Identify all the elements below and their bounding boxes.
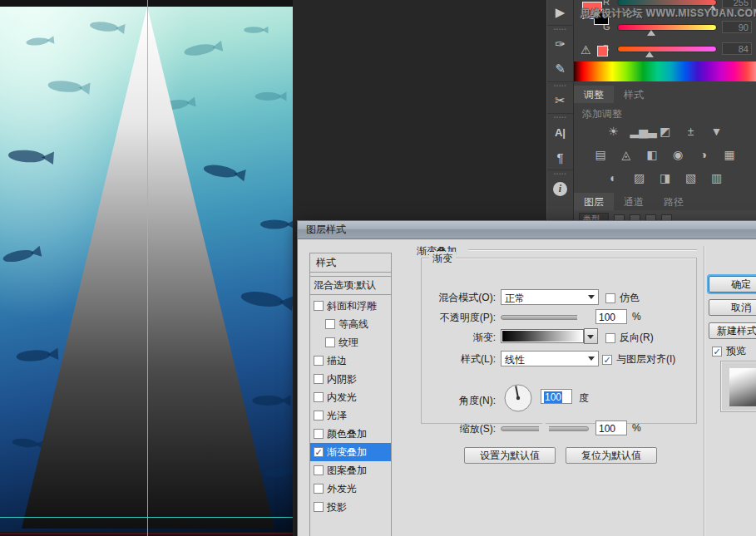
gradient-dropdown-button[interactable] xyxy=(584,328,598,344)
horizontal-guide[interactable] xyxy=(0,517,293,518)
style-item-color-overlay[interactable]: 颜色叠加 xyxy=(310,425,391,443)
style-item-stroke[interactable]: 描边 xyxy=(310,352,391,370)
align-label: 与图层对齐(I) xyxy=(616,352,675,366)
gamut-color-swatch[interactable] xyxy=(597,46,608,57)
checkbox[interactable] xyxy=(314,392,324,402)
tool-presets-icon[interactable]: ✂ xyxy=(547,88,573,113)
threshold-icon[interactable]: ◨ xyxy=(656,170,674,185)
new-style-button[interactable]: 新建样式... xyxy=(709,322,756,339)
posterize-icon[interactable]: ▨ xyxy=(630,170,649,185)
checkbox[interactable] xyxy=(314,374,324,384)
ok-button[interactable]: 确定 xyxy=(709,276,756,293)
play-icon[interactable]: ▶ xyxy=(547,0,573,25)
brush-panel-icon[interactable]: ✑ xyxy=(547,32,573,57)
panel-grip[interactable]: ▪▪▪▪▪ xyxy=(547,25,573,32)
column-separator xyxy=(704,246,704,536)
dither-checkbox-row[interactable]: 仿色 xyxy=(605,291,640,305)
style-dropdown[interactable]: 线性 xyxy=(501,351,599,366)
panel-grip[interactable]: ▪▪▪▪▪ xyxy=(547,113,573,120)
align-checkbox-checked[interactable]: ✓ xyxy=(602,355,612,365)
paragraph-panel-icon[interactable]: ¶ xyxy=(547,145,573,170)
tab-paths[interactable]: 路径 xyxy=(654,193,694,210)
photo-filter-icon[interactable]: ◉ xyxy=(669,147,687,162)
preview-checkbox-row[interactable]: ✓ 预览 xyxy=(712,344,746,358)
tab-layers[interactable]: 图层 xyxy=(574,193,614,210)
style-item-label: 描边 xyxy=(327,354,347,368)
reverse-checkbox-row[interactable]: 反向(R) xyxy=(605,331,654,345)
style-item-gradient-overlay[interactable]: ✓ 渐变叠加 xyxy=(310,443,391,461)
gamut-warning-icon[interactable]: ⚠ xyxy=(581,43,591,57)
dialog-titlebar[interactable]: 图层样式 xyxy=(298,221,756,239)
brightness-contrast-icon[interactable]: ☀ xyxy=(605,124,623,139)
style-item-satin[interactable]: 光泽 xyxy=(310,406,391,425)
gradient-label: 渐变: xyxy=(417,331,496,345)
red-slider[interactable] xyxy=(617,0,717,6)
angle-value-field[interactable]: 100 xyxy=(541,389,572,404)
black-white-icon[interactable]: ◧ xyxy=(643,147,661,162)
opacity-value-field[interactable]: 100 xyxy=(595,309,627,324)
style-item-pattern-overlay[interactable]: 图案叠加 xyxy=(310,461,391,479)
checkbox[interactable] xyxy=(314,465,324,475)
curves-icon[interactable]: ◩ xyxy=(656,124,674,139)
hue-saturation-icon[interactable]: ▤ xyxy=(591,147,610,162)
color-spectrum-ramp[interactable] xyxy=(574,61,756,81)
dither-checkbox[interactable] xyxy=(605,293,615,303)
style-item-bevel-emboss[interactable]: 斜面和浮雕 xyxy=(310,297,391,315)
vibrance-icon[interactable]: ▼ xyxy=(708,124,726,139)
preview-checkbox-checked[interactable]: ✓ xyxy=(712,347,722,357)
styles-list-header: 样式 xyxy=(310,253,391,273)
blue-slider-thumb[interactable] xyxy=(645,52,654,57)
style-item-contour[interactable]: 等高线 xyxy=(310,315,391,333)
checkbox-checked[interactable]: ✓ xyxy=(314,447,324,457)
green-slider-thumb[interactable] xyxy=(647,30,655,36)
selective-color-icon[interactable]: ▥ xyxy=(708,170,726,185)
gradient-map-icon[interactable]: ▧ xyxy=(682,170,700,185)
reverse-checkbox[interactable] xyxy=(605,333,615,343)
color-balance-icon[interactable]: ◬ xyxy=(617,147,635,162)
angle-dial[interactable] xyxy=(502,382,534,414)
panel-grip[interactable]: ▪▪▪▪▪ xyxy=(547,170,573,176)
align-checkbox-row[interactable]: ✓ 与图层对齐(I) xyxy=(602,352,675,366)
style-item-drop-shadow[interactable]: 投影 xyxy=(310,498,391,516)
gradient-swatch[interactable] xyxy=(501,329,584,343)
panel-grip[interactable]: ▪▪▪▪▪ xyxy=(547,81,573,88)
set-default-button[interactable]: 设置为默认值 xyxy=(464,447,556,464)
tab-styles[interactable]: 样式 xyxy=(614,86,654,103)
document-canvas[interactable] xyxy=(0,0,293,536)
style-item-inner-glow[interactable]: 内发光 xyxy=(310,388,391,406)
blue-slider[interactable] xyxy=(617,46,717,52)
style-item-inner-shadow[interactable]: 内阴影 xyxy=(310,370,391,388)
levels-icon[interactable]: ▂▅▃ xyxy=(630,124,649,139)
checkbox[interactable] xyxy=(325,319,335,329)
vertical-guide[interactable] xyxy=(147,0,148,536)
checkbox[interactable] xyxy=(314,502,324,512)
invert-icon[interactable]: ◐ xyxy=(605,170,623,185)
scale-value-field[interactable]: 100 xyxy=(595,420,627,435)
style-item-texture[interactable]: 纹理 xyxy=(310,333,391,352)
tab-adjustments[interactable]: 调整 xyxy=(574,86,614,103)
color-lookup-icon[interactable]: ▦ xyxy=(720,147,739,162)
reset-default-button[interactable]: 复位为默认值 xyxy=(566,447,657,464)
adjustment-icons-row3: ◐ ▨ ◨ ▧ ▥ xyxy=(574,170,756,185)
tab-channels[interactable]: 通道 xyxy=(614,193,654,210)
clone-source-icon[interactable]: ✎ xyxy=(547,57,573,81)
checkbox[interactable] xyxy=(325,337,335,347)
green-value[interactable]: 90 xyxy=(722,21,752,33)
checkbox[interactable] xyxy=(314,356,324,366)
checkbox[interactable] xyxy=(314,429,324,439)
cancel-button[interactable]: 取消 xyxy=(709,299,756,316)
info-panel-icon[interactable]: i xyxy=(547,176,573,201)
green-slider[interactable] xyxy=(617,24,717,31)
blending-options-item[interactable]: 混合选项:默认 xyxy=(310,276,391,295)
checkbox[interactable] xyxy=(314,301,324,311)
channel-mixer-icon[interactable]: ◑ xyxy=(694,147,713,162)
opacity-slider[interactable] xyxy=(501,315,584,320)
blend-mode-dropdown[interactable]: 正常 xyxy=(501,289,599,305)
blue-value[interactable]: 84 xyxy=(722,42,752,55)
checkbox[interactable] xyxy=(314,484,324,494)
style-item-outer-glow[interactable]: 外发光 xyxy=(310,479,391,498)
scale-unit: % xyxy=(632,422,641,434)
exposure-icon[interactable]: ± xyxy=(682,124,700,139)
character-panel-icon[interactable]: A| xyxy=(547,120,573,145)
checkbox[interactable] xyxy=(314,411,324,420)
